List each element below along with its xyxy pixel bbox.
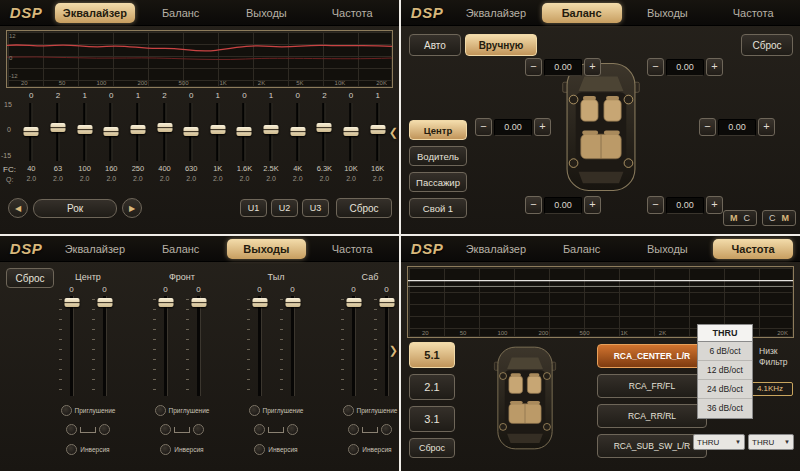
tab-outputs[interactable]: Выходы (628, 3, 708, 23)
position-passenger-button[interactable]: Пассажир (409, 172, 467, 192)
tab-equalizer[interactable]: Эквалайзер (55, 3, 135, 23)
slider-handle[interactable] (346, 298, 361, 307)
user-preset-u1-button[interactable]: U1 (240, 199, 267, 217)
slope-option-12db[interactable]: 12 dB/oct (698, 361, 752, 380)
slider-handle[interactable] (290, 127, 305, 136)
scroll-left-icon[interactable]: ❮ (389, 126, 398, 139)
increment-button[interactable]: + (584, 196, 601, 214)
slider-handle[interactable] (158, 298, 173, 307)
slider-handle[interactable] (252, 298, 267, 307)
increment-button[interactable]: + (706, 58, 723, 76)
increment-button[interactable]: + (534, 118, 551, 136)
link-left-checkbox[interactable] (254, 424, 265, 435)
freq-reset-button[interactable]: Сброс (409, 438, 455, 458)
decrement-button[interactable]: − (699, 118, 716, 136)
mode-51-button[interactable]: 5.1 (409, 342, 455, 368)
slider-handle[interactable] (184, 127, 199, 136)
slider-handle[interactable] (24, 127, 39, 136)
mute-checkbox[interactable] (155, 405, 166, 416)
slope-option-6db[interactable]: 6 dB/oct (698, 342, 752, 361)
decrement-button[interactable]: − (525, 196, 542, 214)
decrement-button[interactable]: − (475, 118, 492, 136)
decrement-button[interactable]: − (647, 58, 664, 76)
position-center-button[interactable]: Центр (409, 120, 467, 140)
slider-handle[interactable] (317, 123, 332, 132)
link-left-checkbox[interactable] (160, 424, 171, 435)
position-driver-button[interactable]: Водитель (409, 146, 467, 166)
level-value: 0 (351, 285, 355, 294)
tab-frequency[interactable]: Частота (713, 239, 793, 259)
link-left-checkbox[interactable] (348, 424, 359, 435)
tab-frequency[interactable]: Частота (713, 3, 793, 23)
link-right-checkbox[interactable] (99, 424, 110, 435)
slider-handle[interactable] (97, 298, 112, 307)
link-right-checkbox[interactable] (193, 424, 204, 435)
tab-balance[interactable]: Баланс (542, 239, 622, 259)
rca-rear-button[interactable]: RCA_RR/RL (597, 404, 707, 428)
mute-checkbox[interactable] (61, 405, 72, 416)
mc-toggle-left[interactable]: M C (723, 210, 757, 226)
slider-handle[interactable] (130, 125, 145, 134)
invert-checkbox[interactable] (254, 444, 265, 455)
preset-next-button[interactable]: ▶ (122, 198, 142, 218)
eq-reset-button[interactable]: Сброс (336, 198, 392, 218)
slider-handle[interactable] (237, 127, 252, 136)
slider-handle[interactable] (64, 298, 79, 307)
link-right-checkbox[interactable] (381, 424, 392, 435)
slope-option-36db[interactable]: 36 dB/oct (698, 399, 752, 418)
mode-21-button[interactable]: 2.1 (409, 374, 455, 400)
mute-checkbox[interactable] (249, 405, 260, 416)
invert-checkbox[interactable] (160, 444, 171, 455)
auto-mode-button[interactable]: Авто (409, 34, 461, 56)
tab-equalizer[interactable]: Эквалайзер (55, 239, 135, 259)
preset-select-button[interactable]: Рок (33, 199, 117, 218)
decrement-button[interactable]: − (525, 58, 542, 76)
user-preset-u3-button[interactable]: U3 (302, 199, 329, 217)
user-preset-u2-button[interactable]: U2 (271, 199, 298, 217)
invert-checkbox[interactable] (66, 444, 77, 455)
increment-button[interactable]: + (584, 58, 601, 76)
slider-handle[interactable] (50, 123, 65, 132)
tab-outputs[interactable]: Выходы (227, 3, 307, 23)
link-left-checkbox[interactable] (66, 424, 77, 435)
rca-sub-button[interactable]: RCA_SUB_SW_L/R (597, 434, 707, 458)
slider-handle[interactable] (191, 298, 206, 307)
increment-button[interactable]: + (706, 196, 723, 214)
rca-front-button[interactable]: RCA_FR/FL (597, 374, 707, 398)
tab-equalizer[interactable]: Эквалайзер (456, 3, 536, 23)
slider-handle[interactable] (104, 127, 119, 136)
high-filter-slope-select[interactable]: THRU ▼ (748, 434, 794, 450)
slider-handle[interactable] (210, 125, 225, 134)
mute-checkbox[interactable] (343, 405, 354, 416)
tab-outputs[interactable]: Выходы (628, 239, 708, 259)
low-filter-slope-select[interactable]: THRU ▼ (693, 434, 745, 450)
slider-handle[interactable] (77, 125, 92, 134)
slider-handle[interactable] (285, 298, 300, 307)
scroll-right-icon[interactable]: ❯ (389, 344, 398, 357)
slider-handle[interactable] (157, 123, 172, 132)
preset-prev-button[interactable]: ◀ (8, 198, 28, 218)
mc-toggle-right[interactable]: C M (762, 210, 796, 226)
slider-handle[interactable] (379, 298, 394, 307)
tab-equalizer[interactable]: Эквалайзер (456, 239, 536, 259)
balance-reset-button[interactable]: Сброс (741, 34, 793, 56)
tab-frequency[interactable]: Частота (312, 3, 392, 23)
slope-selected-value[interactable]: THRU (697, 324, 753, 342)
slope-option-24db[interactable]: 24 dB/oct (698, 380, 752, 399)
tab-outputs[interactable]: Выходы (227, 239, 307, 259)
increment-button[interactable]: + (758, 118, 775, 136)
mode-31-button[interactable]: 3.1 (409, 406, 455, 432)
invert-checkbox[interactable] (348, 444, 359, 455)
slider-handle[interactable] (344, 127, 359, 136)
slider-handle[interactable] (370, 125, 385, 134)
rca-center-button[interactable]: RCA_CENTER_L/R (597, 344, 707, 368)
decrement-button[interactable]: − (647, 196, 664, 214)
tab-balance[interactable]: Баланс (542, 3, 622, 23)
position-custom-button[interactable]: Свой 1 (409, 198, 467, 218)
slider-handle[interactable] (264, 125, 279, 134)
tab-frequency[interactable]: Частота (312, 239, 392, 259)
tab-balance[interactable]: Баланс (141, 239, 221, 259)
manual-mode-button[interactable]: Вручную (465, 34, 537, 56)
tab-balance[interactable]: Баланс (141, 3, 221, 23)
link-right-checkbox[interactable] (287, 424, 298, 435)
